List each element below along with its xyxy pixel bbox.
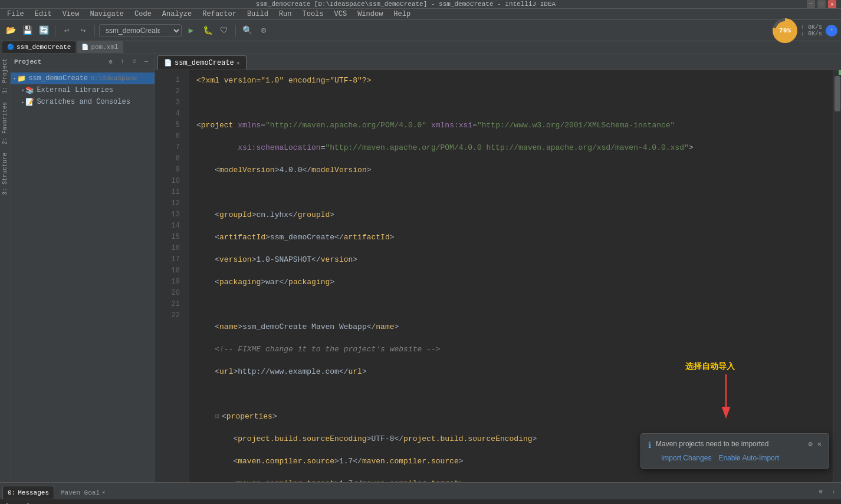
notif-close-button[interactable]: ✕ xyxy=(817,440,822,449)
net-download: ↓ 0K/s xyxy=(801,31,822,37)
sidebar-favorites-label[interactable]: 2: Favorites xyxy=(1,98,9,148)
menu-refactor[interactable]: Refactor xyxy=(198,9,241,19)
notif-header: ℹ Maven projects need to be imported ⚙ ✕ xyxy=(648,440,822,450)
tree-path-root: D:\IdeaSpace xyxy=(90,75,137,82)
menu-navigate[interactable]: Navigate xyxy=(85,9,129,19)
net-stats: ↑ 0K/s ↓ 0K/s xyxy=(801,24,822,37)
file-tab-pom[interactable]: 📄 pom.xml xyxy=(77,41,123,53)
notif-info-icon: ℹ xyxy=(648,440,651,450)
sidebar-structure-label[interactable]: 3: Structure xyxy=(1,149,9,199)
menu-view[interactable]: View xyxy=(58,9,84,19)
menu-tools[interactable]: Tools xyxy=(298,9,328,19)
bottom-panel: 0: Messages Maven Goal ✕ ⚙ ↓ [INFO] ----… xyxy=(0,482,841,504)
project-panel-gear[interactable]: ⚙ xyxy=(106,57,116,67)
net-upload: ↑ 0K/s xyxy=(801,24,822,31)
open-button[interactable]: 📂 xyxy=(4,24,18,38)
menu-build[interactable]: Build xyxy=(242,9,273,19)
toolbar: 📂 💾 🔄 ↩ ↪ ssm_demoCreate ▶ 🐛 🛡 🔍 ⚙ 79% ↑… xyxy=(0,20,841,41)
editor-tab-icon: 📄 xyxy=(164,59,172,67)
cpu-percent: 79% xyxy=(776,21,794,40)
editor-tab-ssm[interactable]: 📄 ssm_demoCreate ✕ xyxy=(157,55,247,70)
tree-label-scratches: Scratches and Consoles xyxy=(37,98,130,106)
close-button[interactable]: ✕ xyxy=(828,0,836,8)
sync-button[interactable]: 🔄 xyxy=(37,24,51,38)
arrow-annotation: 选择自动导入 xyxy=(685,361,735,421)
log-line-1: [INFO] ---------------------------------… xyxy=(5,502,836,504)
save-button[interactable]: 💾 xyxy=(20,24,34,38)
tree-item-root[interactable]: ▾ 📁 ssm_demoCreate D:\IdeaSpace xyxy=(11,73,155,84)
scroll-gutter[interactable] xyxy=(833,70,841,482)
annotation-arrow-svg xyxy=(717,374,735,421)
update-button[interactable]: + xyxy=(826,25,837,37)
title-text: ssm_demoCreate [D:\IdeaSpace\ssm_demoCre… xyxy=(5,1,807,8)
tree-label-root: ssm_demoCreate xyxy=(28,74,88,83)
maven-tab-label: Maven Goal xyxy=(61,489,100,496)
file-tabs-bar: 🔵 ssm_demoCreate 📄 pom.xml xyxy=(0,41,841,54)
bottom-tabs: 0: Messages Maven Goal ✕ ⚙ ↓ xyxy=(0,483,841,499)
editor-tab-label: ssm_demoCreate xyxy=(175,59,234,67)
run-config-dropdown[interactable]: ssm_demoCreate xyxy=(99,24,182,37)
tree-arrow-root: ▾ xyxy=(13,75,16,82)
tree-item-external[interactable]: ▾ 📚 External Libraries xyxy=(11,84,155,96)
menu-run[interactable]: Run xyxy=(274,9,297,19)
notif-text: Maven projects need to be imported xyxy=(656,440,804,448)
file-tab-pom-label: pom.xml xyxy=(91,44,118,51)
line-numbers: 1 2 3 4 5 6 7 8 9 10 11 12 13 14 15 16 1 xyxy=(160,70,189,482)
pom-tab-icon: 📄 xyxy=(81,44,88,51)
bottom-tab-messages[interactable]: 0: Messages xyxy=(2,486,54,499)
menu-window[interactable]: Window xyxy=(353,9,387,19)
menu-vcs[interactable]: VCS xyxy=(330,9,352,19)
coverage-button[interactable]: 🛡 xyxy=(217,24,231,38)
menu-analyze[interactable]: Analyze xyxy=(157,9,196,19)
cpu-badge: 79% xyxy=(773,18,797,43)
annotation-text: 选择自动导入 xyxy=(685,361,735,372)
undo-button[interactable]: ↩ xyxy=(60,24,74,38)
menu-help[interactable]: Help xyxy=(389,9,415,19)
project-panel-title: Project xyxy=(14,58,104,65)
tree-icon-root: 📁 xyxy=(17,74,26,83)
tree-icon-external: 📚 xyxy=(25,86,34,95)
bottom-content: [INFO] ---------------------------------… xyxy=(0,499,841,504)
menu-bar: File Edit View Navigate Code Analyze Ref… xyxy=(0,9,841,20)
bottom-pin-btn[interactable]: ↓ xyxy=(829,487,839,496)
redo-button[interactable]: ↪ xyxy=(76,24,90,38)
breakpoint-area xyxy=(155,70,160,482)
maximize-button[interactable]: □ xyxy=(817,0,826,8)
toolbar-sep-3 xyxy=(235,25,236,37)
enable-auto-import-link[interactable]: Enable Auto-Import xyxy=(718,454,779,462)
editor-tabs-bar: 📄 ssm_demoCreate ✕ xyxy=(155,54,841,70)
debug-button[interactable]: 🐛 xyxy=(201,24,215,38)
maven-tab-close[interactable]: ✕ xyxy=(102,489,105,496)
tree-arrow-external: ▾ xyxy=(21,87,24,94)
notif-gear-icon[interactable]: ⚙ xyxy=(809,440,813,449)
left-sidebar: 1: Project 2: Favorites 3: Structure xyxy=(0,54,11,482)
settings-button[interactable]: ⚙ xyxy=(257,24,271,38)
tree-item-scratches[interactable]: ▸ 📝 Scratches and Consoles xyxy=(11,96,155,108)
bottom-tab-maven[interactable]: Maven Goal ✕ xyxy=(55,486,110,499)
sidebar-project-label[interactable]: 1: Project xyxy=(1,55,9,97)
search-button[interactable]: 🔍 xyxy=(240,24,254,38)
import-changes-link[interactable]: Import Changes xyxy=(661,454,711,462)
minimize-button[interactable]: — xyxy=(807,0,815,8)
tree-label-external: External Libraries xyxy=(37,86,113,94)
maven-notification: ℹ Maven projects need to be imported ⚙ ✕… xyxy=(640,433,829,469)
menu-code[interactable]: Code xyxy=(130,9,156,19)
menu-edit[interactable]: Edit xyxy=(30,9,57,19)
menu-file[interactable]: File xyxy=(2,9,29,19)
project-tree: ▾ 📁 ssm_demoCreate D:\IdeaSpace ▾ 📚 Exte… xyxy=(11,70,155,482)
project-panel-minimize[interactable]: — xyxy=(142,57,151,67)
tree-icon-scratches: 📝 xyxy=(25,98,34,107)
toolbar-sep-2 xyxy=(94,25,95,37)
editor-area: 📄 ssm_demoCreate ✕ 1 2 3 4 5 6 7 xyxy=(155,54,841,482)
tree-arrow-scratches: ▸ xyxy=(21,99,24,106)
file-tab-project[interactable]: 🔵 ssm_demoCreate xyxy=(2,41,75,53)
project-tab-icon: 🔵 xyxy=(7,44,14,51)
project-panel-header: Project ⚙ ↕ ≡ — xyxy=(11,54,155,70)
project-panel-settings[interactable]: ≡ xyxy=(130,57,139,67)
code-content[interactable]: <?xml version="1.0" encoding="UTF-8"?> <… xyxy=(189,70,833,482)
bottom-gear-btn[interactable]: ⚙ xyxy=(816,487,826,496)
run-button[interactable]: ▶ xyxy=(184,24,198,38)
project-panel-expand[interactable]: ↕ xyxy=(118,57,127,67)
messages-tab-label: Messages xyxy=(18,489,49,496)
editor-tab-close[interactable]: ✕ xyxy=(236,60,240,67)
